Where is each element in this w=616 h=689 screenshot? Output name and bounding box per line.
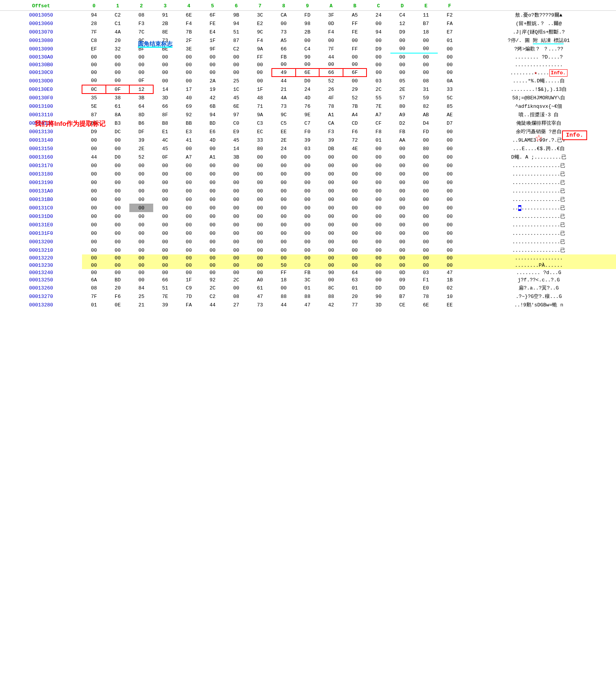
- hex-cell: 00: [129, 229, 153, 237]
- hex-cell: DD: [367, 284, 390, 292]
- hex-cell: 00: [106, 53, 130, 61]
- hex-cell: B3: [106, 119, 130, 127]
- hex-cell: A5: [343, 11, 367, 20]
- hex-cell: 00: [82, 269, 106, 276]
- hex-cell: 18: [272, 276, 296, 284]
- hex-cell: 00: [153, 212, 177, 221]
- hex-cell: 0C: [82, 85, 106, 94]
- hex-cell: 00: [248, 229, 272, 237]
- hex-cell: 00: [224, 69, 248, 77]
- hex-cell: 00: [82, 195, 106, 204]
- hex-cell: 00: [129, 195, 153, 204]
- offset-cell: 000130D0: [0, 77, 82, 85]
- hex-cell: 00: [438, 153, 462, 161]
- hex-cell: 66: [153, 276, 177, 284]
- hex-cell: FA: [177, 301, 201, 309]
- offset-cell: 00013250: [0, 276, 82, 284]
- ascii-cell: 58;=@BEHJMORUWY\自: [462, 94, 616, 102]
- hex-cell: 00: [201, 269, 224, 276]
- hex-cell: 00: [153, 69, 177, 77]
- hex-cell: 00: [82, 61, 106, 69]
- hex-cell: 00: [343, 229, 367, 237]
- table-row: 0001321000000000000000000000000000000000…: [0, 246, 616, 254]
- col-header-offset: Offset: [0, 2, 82, 11]
- hex-cell: 20: [343, 292, 367, 301]
- offset-cell: 00013280: [0, 301, 82, 309]
- offset-cell: 000130A0: [0, 53, 82, 61]
- ascii-cell: ........!$&),).13自: [462, 85, 616, 94]
- hex-cell: 00: [177, 212, 201, 221]
- hex-cell: FD: [414, 127, 438, 136]
- table-row: 00013090EF32BFBE3E9FC29A66C47FFFD9000000…: [0, 45, 616, 53]
- hex-cell: 10: [438, 292, 462, 301]
- hex-cell: 8D: [129, 110, 153, 119]
- hex-cell: 6F: [201, 11, 224, 20]
- hex-cell: 9A: [248, 45, 272, 53]
- hex-cell: EE: [272, 127, 296, 136]
- hex-cell: 7F: [319, 45, 343, 53]
- hex-cell: 00: [248, 187, 272, 195]
- hex-cell: CE: [390, 301, 414, 309]
- hex-cell: 00: [319, 237, 343, 246]
- ascii-cell: ..9LAME3.99r.?.已▽: [462, 136, 616, 144]
- ascii-cell: (留+酣妩.？ ..爾@: [462, 19, 616, 28]
- hex-cell: 00: [343, 170, 367, 178]
- offset-cell: 00013070: [0, 28, 82, 36]
- hex-cell: 00: [438, 144, 462, 153]
- hex-cell: 94: [224, 19, 248, 28]
- hex-cell: 00: [438, 229, 462, 237]
- hex-cell: A9: [390, 110, 414, 119]
- hex-cell: 00: [177, 195, 201, 204]
- hex-cell: 05: [390, 77, 414, 85]
- hex-cell: F6: [106, 292, 130, 301]
- hex-cell: 00: [296, 61, 320, 69]
- hex-cell: 00: [296, 187, 320, 195]
- hex-cell: A1: [319, 110, 343, 119]
- hex-cell: 00: [248, 269, 272, 276]
- hex-cell: 0F: [129, 77, 153, 85]
- hex-cell: 00: [367, 36, 390, 45]
- hex-cell: F4: [248, 36, 272, 45]
- hex-cell: 1F: [248, 85, 272, 94]
- hex-cell: E6: [201, 127, 224, 136]
- table-row: 0001305094C208916E6F9B3CCAFD3FA524C411F2…: [0, 11, 616, 20]
- hex-cell: 17: [177, 85, 201, 94]
- hex-cell: 00: [201, 53, 224, 61]
- hex-cell: 00: [367, 212, 390, 221]
- hex-cell: 00: [177, 254, 201, 262]
- hex-cell: 00: [414, 229, 438, 237]
- hex-cell: 9A: [248, 110, 272, 119]
- hex-cell: CD: [343, 119, 367, 127]
- offset-cell: 00013240: [0, 269, 82, 276]
- ascii-cell: ........ ?D....?: [462, 53, 616, 61]
- hex-cell: 00: [367, 254, 390, 262]
- hex-cell: 88: [319, 292, 343, 301]
- hex-cell: 51: [224, 28, 248, 36]
- hex-cell: 24: [272, 144, 296, 153]
- ascii-cell: ................: [462, 61, 616, 69]
- hex-cell: 28: [82, 19, 106, 28]
- hex-cell: 72: [343, 136, 367, 144]
- table-row: 000130C00000000000000000496E666F00000000…: [0, 69, 616, 77]
- hex-cell: 00: [82, 69, 106, 77]
- hex-cell: 00: [319, 178, 343, 187]
- hex-cell: A7: [367, 110, 390, 119]
- ascii-cell: ...E....€$.跨..€自: [462, 144, 616, 153]
- hex-cell: 00: [343, 246, 367, 254]
- hex-cell: F3: [129, 19, 153, 28]
- hex-cell: FF: [248, 53, 272, 61]
- hex-cell: 52: [343, 94, 367, 102]
- hex-cell: C9: [177, 284, 201, 292]
- hex-cell: 01: [296, 284, 320, 292]
- col-header-E: E: [414, 2, 438, 11]
- offset-cell: 00013210: [0, 246, 82, 254]
- hex-cell: 88: [272, 292, 296, 301]
- hex-cell: 00: [82, 204, 106, 212]
- hex-cell: F1: [414, 276, 438, 284]
- hex-cell: 00: [106, 195, 130, 204]
- hex-cell: 00: [343, 77, 367, 85]
- ascii-cell: j?f.??<.c..?.G: [462, 276, 616, 284]
- hex-cell: 00: [319, 254, 343, 262]
- hex-cell: 00: [224, 262, 248, 269]
- hex-cell: 00: [390, 170, 414, 178]
